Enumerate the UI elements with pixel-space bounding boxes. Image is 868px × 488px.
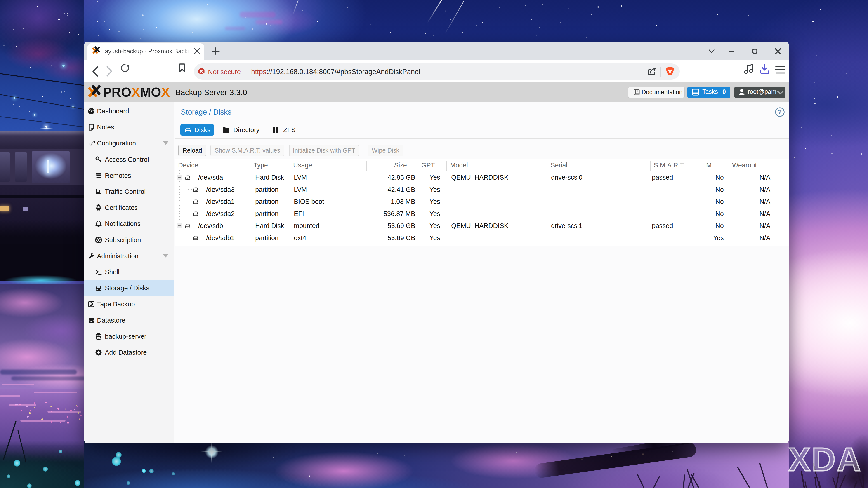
svg-text:?: ? bbox=[778, 108, 782, 116]
